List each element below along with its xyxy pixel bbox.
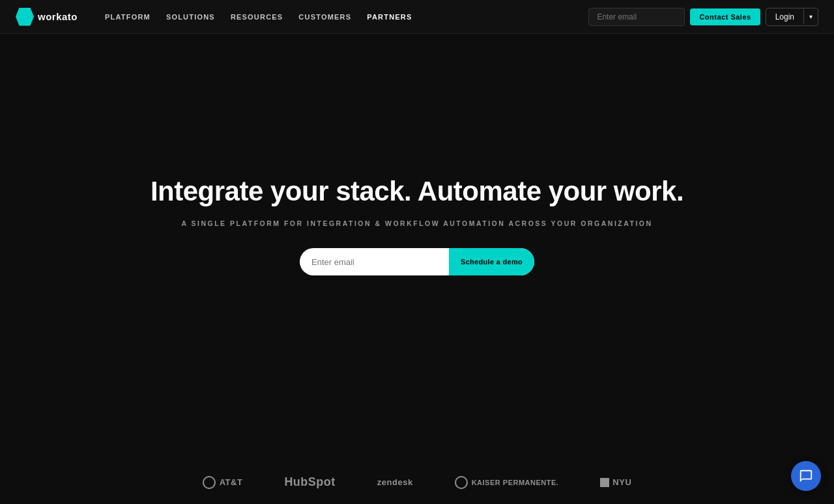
kaiser-logo: KAISER PERMANENTE.	[455, 476, 559, 489]
logo-text: workato	[38, 11, 78, 22]
hero-subtitle: A SINGLE PLATFORM FOR INTEGRATION & WORK…	[181, 219, 652, 227]
login-group: Login ▾	[766, 8, 818, 26]
nav-platform[interactable]: PLATFORM	[98, 9, 157, 25]
zendesk-label: zendesk	[377, 477, 413, 487]
contact-sales-button[interactable]: Contact Sales	[690, 8, 760, 25]
nav-email-input[interactable]	[588, 8, 685, 26]
hubspot-label: HubSpot	[284, 475, 335, 489]
hubspot-logo: HubSpot	[284, 475, 335, 489]
nav-actions: Contact Sales Login ▾	[588, 8, 818, 26]
hero-section: Integrate your stack. Automate your work…	[0, 0, 834, 456]
chat-icon	[799, 469, 813, 483]
kaiser-icon	[455, 476, 468, 489]
hero-email-input[interactable]	[300, 257, 449, 267]
zendesk-logo: zendesk	[377, 477, 413, 487]
att-label: AT&T	[220, 477, 243, 487]
nav-resources[interactable]: RESOURCES	[224, 9, 289, 25]
login-button[interactable]: Login	[766, 8, 803, 25]
login-chevron-button[interactable]: ▾	[803, 9, 818, 24]
nyu-icon	[600, 478, 609, 487]
hero-form: Schedule a demo	[300, 248, 534, 275]
att-logo: AT&T	[203, 476, 243, 489]
nav-partners[interactable]: PARTNERS	[360, 9, 418, 25]
chat-support-button[interactable]	[791, 461, 821, 491]
navbar: workato PLATFORM SOLUTIONS RESOURCES CUS…	[0, 0, 834, 34]
logos-strip: AT&T HubSpot zendesk KAISER PERMANENTE. …	[0, 456, 834, 504]
kaiser-label: KAISER PERMANENTE.	[472, 479, 559, 486]
hero-title: Integrate your stack. Automate your work…	[151, 175, 683, 208]
nyu-logo: NYU	[600, 477, 631, 487]
nav-solutions[interactable]: SOLUTIONS	[160, 9, 222, 25]
workato-logo-icon	[16, 8, 34, 26]
nav-customers[interactable]: CUSTOMERS	[292, 9, 358, 25]
logo[interactable]: workato	[16, 8, 78, 26]
nyu-label: NYU	[612, 477, 631, 487]
schedule-demo-button[interactable]: Schedule a demo	[449, 248, 534, 275]
nav-links: PLATFORM SOLUTIONS RESOURCES CUSTOMERS P…	[98, 9, 588, 25]
att-globe-icon	[203, 476, 216, 489]
